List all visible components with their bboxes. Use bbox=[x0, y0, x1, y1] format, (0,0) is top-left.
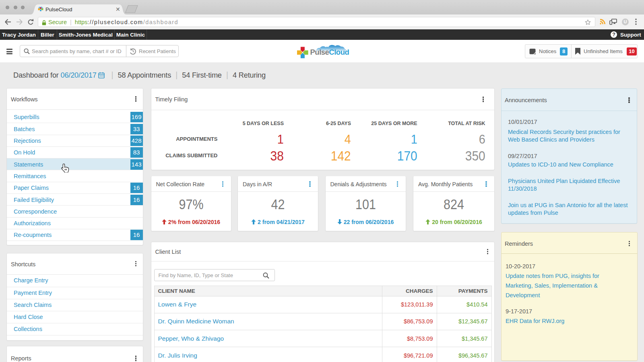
svg-text:PulseCloud: PulseCloud bbox=[310, 48, 349, 56]
